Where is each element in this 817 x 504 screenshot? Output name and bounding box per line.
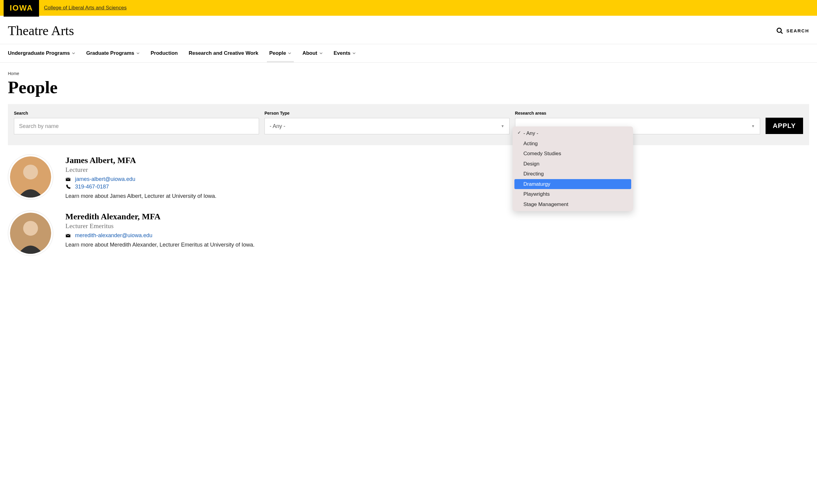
nav-item-label: Events	[334, 50, 351, 56]
chevron-down-icon	[288, 51, 291, 55]
nav-item-label: Research and Creative Work	[189, 50, 258, 56]
nav-item-production[interactable]: Production	[151, 44, 178, 62]
dropdown-option[interactable]: Design	[514, 159, 631, 169]
phone-line: 319-467-0187	[65, 184, 216, 190]
dropdown-option[interactable]: Playwrights	[514, 189, 631, 199]
apply-button[interactable]: APPLY	[766, 118, 803, 134]
dropdown-option[interactable]: Directing	[514, 169, 631, 179]
nav-item-research-and-creative-work[interactable]: Research and Creative Work	[189, 44, 258, 62]
search-field-wrap: Search	[14, 111, 259, 134]
chevron-down-icon	[319, 51, 323, 55]
main-nav: Undergraduate ProgramsGraduate ProgramsP…	[0, 44, 817, 63]
search-input[interactable]	[14, 118, 259, 134]
person-title: Lecturer	[65, 166, 216, 174]
apply-wrap: APPLY	[766, 111, 803, 134]
person-type-select[interactable]: - Any - ▼	[264, 118, 510, 134]
svg-point-0	[777, 28, 781, 32]
email-line: meredith-alexander@uiowa.edu	[65, 232, 254, 239]
chevron-down-icon	[136, 51, 140, 55]
page-title: People	[8, 77, 809, 97]
nav-item-label: Production	[151, 50, 178, 56]
dropdown-option[interactable]: - Any -	[514, 128, 631, 139]
avatar[interactable]	[8, 211, 53, 256]
chevron-down-icon	[72, 51, 75, 55]
search-icon	[776, 27, 783, 34]
email-link[interactable]: meredith-alexander@uiowa.edu	[75, 232, 152, 239]
person-type-value: - Any -	[270, 123, 285, 129]
person-name[interactable]: Meredith Alexander, MFA	[65, 212, 254, 221]
search-field-label: Search	[14, 111, 259, 116]
email-line: james-albert@uiowa.edu	[65, 176, 216, 182]
phone-link[interactable]: 319-467-0187	[75, 184, 109, 190]
nav-item-label: About	[302, 50, 317, 56]
dropdown-option[interactable]: Dramaturgy	[514, 179, 631, 189]
person-info: James Albert, MFALecturerjames-albert@ui…	[65, 154, 216, 200]
person-card: James Albert, MFALecturerjames-albert@ui…	[8, 154, 809, 200]
research-areas-label: Research areas	[515, 111, 760, 116]
person-card: Meredith Alexander, MFALecturer Emeritus…	[8, 211, 809, 256]
nav-item-people[interactable]: People	[269, 44, 292, 62]
nav-item-label: People	[269, 50, 286, 56]
dropdown-option[interactable]: Stage Management	[514, 199, 631, 210]
dropdown-option[interactable]: Acting	[514, 139, 631, 149]
chevron-down-icon: ▼	[751, 124, 755, 128]
results-list: James Albert, MFALecturerjames-albert@ui…	[8, 154, 809, 256]
nav-item-about[interactable]: About	[302, 44, 323, 62]
top-bar: IOWA College of Liberal Arts and Science…	[0, 0, 817, 16]
research-areas-wrap: Research areas ▼ - Any -ActingComedy Stu…	[515, 111, 760, 134]
phone-icon	[65, 184, 71, 190]
chevron-down-icon: ▼	[501, 124, 504, 128]
person-info: Meredith Alexander, MFALecturer Emeritus…	[65, 211, 254, 256]
chevron-down-icon	[352, 51, 356, 55]
site-title[interactable]: Theatre Arts	[8, 23, 74, 38]
nav-item-label: Undergraduate Programs	[8, 50, 70, 56]
person-blurb: Learn more about Meredith Alexander, Lec…	[65, 242, 254, 248]
search-label: SEARCH	[786, 28, 809, 33]
dropdown-option[interactable]: Comedy Studies	[514, 149, 631, 159]
svg-line-1	[781, 32, 783, 34]
nav-item-graduate-programs[interactable]: Graduate Programs	[86, 44, 140, 62]
breadcrumb[interactable]: Home	[8, 71, 809, 76]
person-title: Lecturer Emeritus	[65, 222, 254, 230]
filter-bar: Search Person Type - Any - ▼ Research ar…	[8, 104, 809, 145]
email-link[interactable]: james-albert@uiowa.edu	[75, 176, 135, 182]
nav-item-undergraduate-programs[interactable]: Undergraduate Programs	[8, 44, 75, 62]
person-blurb: Learn more about James Albert, Lecturer …	[65, 193, 216, 199]
content: Home People Search Person Type - Any - ▼…	[0, 63, 817, 279]
site-header: Theatre Arts SEARCH	[0, 16, 817, 44]
person-type-label: Person Type	[264, 111, 510, 116]
college-link[interactable]: College of Liberal Arts and Sciences	[44, 5, 126, 11]
person-type-wrap: Person Type - Any - ▼	[264, 111, 510, 134]
research-areas-dropdown: - Any -ActingComedy StudiesDesignDirecti…	[513, 126, 633, 211]
svg-point-3	[23, 165, 38, 179]
svg-point-5	[23, 221, 38, 236]
search-button[interactable]: SEARCH	[776, 27, 809, 34]
mail-icon	[65, 177, 71, 182]
nav-item-label: Graduate Programs	[86, 50, 134, 56]
person-name[interactable]: James Albert, MFA	[65, 155, 216, 165]
mail-icon	[65, 233, 71, 238]
nav-item-events[interactable]: Events	[334, 44, 356, 62]
avatar[interactable]	[8, 154, 53, 200]
iowa-logo[interactable]: IOWA	[4, 0, 39, 17]
